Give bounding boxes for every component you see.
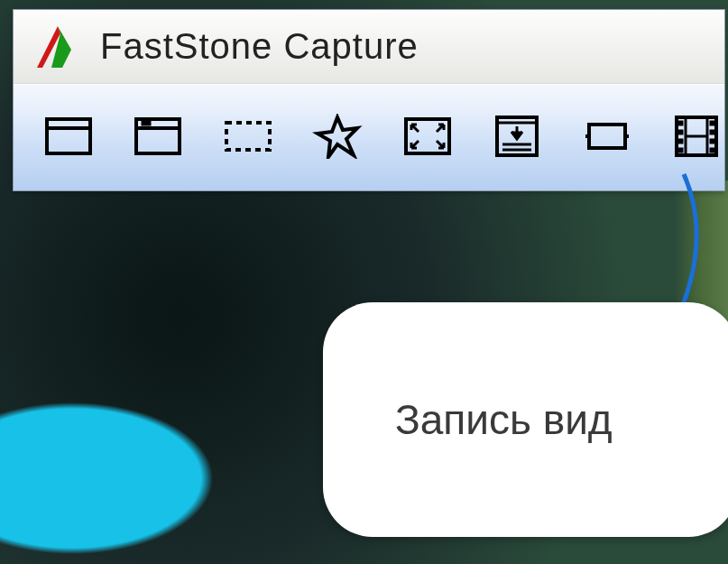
svg-marker-8	[318, 117, 357, 157]
svg-rect-27	[710, 139, 714, 143]
svg-rect-23	[678, 139, 683, 143]
svg-rect-15	[589, 125, 625, 148]
window-object-icon	[133, 114, 183, 162]
svg-rect-24	[678, 148, 683, 153]
fixed-region-icon	[582, 114, 632, 162]
svg-rect-22	[678, 130, 683, 134]
app-title: FastStone Capture	[100, 26, 419, 67]
toolbar	[14, 84, 724, 190]
svg-rect-2	[47, 119, 90, 153]
svg-rect-28	[710, 148, 714, 153]
capture-freehand-region-button[interactable]	[310, 110, 366, 166]
capture-rectangle-region-button[interactable]	[220, 110, 276, 166]
svg-rect-7	[226, 123, 270, 150]
titlebar[interactable]: FastStone Capture	[14, 10, 724, 84]
screen-recorder-button[interactable]	[669, 110, 725, 166]
capture-active-window-button[interactable]	[41, 110, 97, 166]
app-logo-icon	[33, 23, 82, 71]
capture-window-object-button[interactable]	[131, 110, 187, 166]
capture-scrolling-window-button[interactable]	[490, 110, 546, 166]
capture-fixed-region-button[interactable]	[579, 110, 635, 166]
rectangle-region-icon	[223, 114, 273, 162]
svg-rect-25	[710, 121, 714, 125]
capture-full-screen-button[interactable]	[400, 110, 456, 166]
svg-rect-21	[678, 121, 683, 125]
window-icon	[43, 114, 94, 162]
svg-rect-26	[710, 130, 714, 134]
fullscreen-icon	[402, 114, 453, 162]
faststone-capture-window: FastStone Capture	[13, 9, 725, 191]
film-strip-icon	[671, 114, 722, 162]
svg-marker-1	[51, 26, 71, 68]
annotation-text: Запись вид	[395, 395, 613, 444]
svg-rect-6	[142, 121, 151, 125]
scrolling-window-icon	[492, 114, 542, 162]
freehand-star-icon	[312, 114, 363, 162]
annotation-callout: Запись вид	[323, 302, 728, 537]
